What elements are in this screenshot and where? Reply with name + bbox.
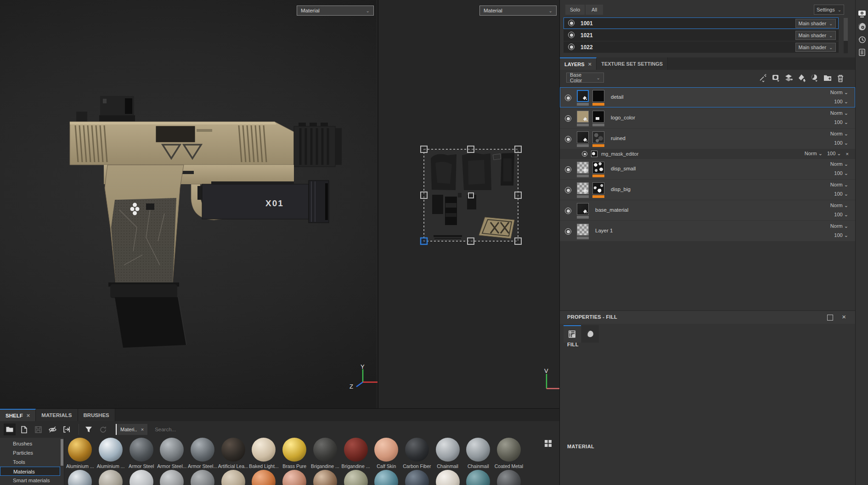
- material-item[interactable]: Chainmail: [432, 438, 463, 469]
- material-item[interactable]: Armor Steel...: [187, 438, 218, 469]
- material-item[interactable]: [279, 470, 310, 485]
- material-item[interactable]: [402, 470, 433, 485]
- shelf-category-brushes[interactable]: Brushes: [0, 439, 60, 448]
- material-sphere[interactable]: [130, 438, 153, 462]
- texture-set-row[interactable]: 1022 Main shader⌄: [564, 41, 839, 53]
- new-resource-button[interactable]: [18, 423, 30, 435]
- material-sphere[interactable]: [497, 470, 521, 485]
- material-item[interactable]: [96, 470, 126, 485]
- search-input[interactable]: [154, 426, 293, 433]
- layer-visibility-icon[interactable]: [565, 166, 571, 173]
- layer-blend-dropdown[interactable]: Norm ⌄: [830, 223, 848, 229]
- layer-blend-dropdown[interactable]: Norm ⌄: [830, 182, 848, 188]
- add-fill-icon[interactable]: [797, 73, 806, 83]
- layer-blend-dropdown[interactable]: Norm ⌄: [830, 203, 848, 209]
- material-sphere[interactable]: [282, 438, 306, 462]
- channel-filter-dropdown[interactable]: Base Color ⌄: [566, 73, 604, 83]
- close-icon[interactable]: ×: [588, 61, 592, 68]
- layer-opacity-dropdown[interactable]: 100 ⌄: [834, 99, 848, 105]
- shelf-category-materials[interactable]: Materials: [0, 467, 60, 476]
- material-sphere[interactable]: [374, 438, 398, 462]
- material-item[interactable]: Armor Steel: [126, 438, 157, 469]
- material-item[interactable]: [65, 470, 96, 485]
- categories-scrollbar[interactable]: [61, 439, 63, 466]
- layer-opacity-dropdown[interactable]: 100 ⌄: [834, 191, 848, 197]
- add-effect-icon[interactable]: [810, 73, 819, 83]
- layer-content-thumbnail[interactable]: [592, 162, 604, 177]
- material-sphere[interactable]: [160, 438, 184, 462]
- layer-content-thumbnail[interactable]: [592, 182, 604, 198]
- layer-row[interactable]: detail Norm ⌄ 100 ⌄: [560, 87, 855, 107]
- layer-mask-thumbnail[interactable]: [577, 90, 589, 106]
- hide-resources-button[interactable]: [46, 423, 58, 435]
- texture-set-row[interactable]: 1001 Main shader⌄: [564, 17, 839, 29]
- layer-opacity-dropdown[interactable]: 100 ⌄: [834, 119, 848, 125]
- material-sphere[interactable]: [221, 470, 245, 485]
- layer-visibility-icon[interactable]: [565, 136, 571, 142]
- settings-dropdown[interactable]: Settings ⌄: [814, 5, 844, 15]
- viewport-3d[interactable]: Material ⌄: [0, 0, 377, 408]
- layer-visibility-icon[interactable]: [565, 95, 571, 101]
- log-icon[interactable]: [857, 48, 867, 57]
- tab-layers[interactable]: LAYERS ×: [560, 57, 597, 70]
- material-sphere[interactable]: [252, 470, 276, 485]
- texture-set-visibility-icon[interactable]: [568, 32, 575, 38]
- material-item[interactable]: Brigandine ...: [340, 438, 371, 469]
- layer-row[interactable]: logo_color Norm ⌄ 100 ⌄: [560, 108, 855, 128]
- import-resources-button[interactable]: [61, 423, 73, 435]
- material-item[interactable]: Carbon Fiber: [402, 438, 433, 469]
- material-item[interactable]: [494, 470, 524, 485]
- material-sphere[interactable]: [191, 470, 214, 485]
- layer-visibility-icon[interactable]: [565, 187, 571, 193]
- layer-blend-dropdown[interactable]: Norm ⌄: [830, 90, 848, 96]
- viewport3d-shader-dropdown[interactable]: Material ⌄: [297, 6, 374, 16]
- layer-row[interactable]: disp_small Norm ⌄ 100 ⌄: [560, 159, 855, 179]
- shelf-tab-shelf[interactable]: SHELF×: [0, 409, 36, 421]
- expand-icon[interactable]: [827, 315, 833, 321]
- all-button[interactable]: All: [586, 5, 603, 15]
- material-sphere[interactable]: [405, 470, 429, 485]
- uv-islands-canvas[interactable]: [378, 0, 560, 408]
- material-item[interactable]: [157, 470, 187, 485]
- texture-set-row[interactable]: 1021 Main shader⌄: [564, 29, 839, 41]
- material-sphere[interactable]: [466, 438, 490, 462]
- layer-visibility-icon[interactable]: [565, 208, 571, 214]
- layer-blend-dropdown[interactable]: Norm ⌄: [830, 131, 848, 137]
- material-sphere[interactable]: [160, 470, 184, 485]
- layer-blend-dropdown[interactable]: Norm ⌄: [830, 161, 848, 167]
- material-sphere[interactable]: [99, 438, 123, 462]
- material-item[interactable]: [187, 470, 218, 485]
- material-item[interactable]: [340, 470, 371, 485]
- material-sphere[interactable]: [130, 470, 153, 485]
- refresh-icon[interactable]: [97, 423, 109, 435]
- layer-visibility-icon[interactable]: [565, 228, 571, 235]
- add-layer-icon[interactable]: [784, 73, 794, 83]
- material-sphere[interactable]: [436, 438, 460, 462]
- layer-opacity-dropdown[interactable]: 100 ⌄: [834, 212, 848, 218]
- material-item[interactable]: Artificial Lea...: [218, 438, 248, 469]
- layer-content-thumbnail[interactable]: [577, 203, 589, 219]
- layer-content-thumbnail[interactable]: [592, 111, 604, 126]
- folder-view-button[interactable]: [4, 423, 16, 435]
- layer-mask-thumbnail[interactable]: [577, 182, 589, 198]
- material-item[interactable]: Aluminium ...: [96, 438, 126, 469]
- shader-settings-icon[interactable]: [857, 22, 867, 31]
- grid-view-icon[interactable]: [544, 440, 552, 447]
- shelf-category-particles[interactable]: Particles: [0, 448, 60, 457]
- layer-mask-thumbnail[interactable]: [577, 162, 589, 177]
- material-sphere[interactable]: [344, 470, 368, 485]
- close-icon[interactable]: ×: [27, 412, 30, 419]
- layer-visibility-icon[interactable]: [565, 115, 571, 122]
- material-sphere[interactable]: [344, 438, 368, 462]
- material-sphere[interactable]: [221, 438, 245, 462]
- material-item[interactable]: [310, 470, 341, 485]
- viewport-2d[interactable]: Material ⌄: [378, 0, 560, 408]
- shelf-category-smart-materials[interactable]: Smart materials: [0, 476, 60, 485]
- layer-row[interactable]: disp_big Norm ⌄ 100 ⌄: [560, 180, 855, 200]
- material-item[interactable]: Chainmail: [463, 438, 494, 469]
- texture-set-scrollbar[interactable]: [844, 18, 848, 53]
- material-item[interactable]: [248, 470, 279, 485]
- layer-row[interactable]: ruined Norm ⌄ 100 ⌄: [560, 129, 855, 149]
- texture-set-shader-dropdown[interactable]: Main shader⌄: [795, 43, 836, 52]
- layer-mask-thumbnail[interactable]: [577, 131, 589, 147]
